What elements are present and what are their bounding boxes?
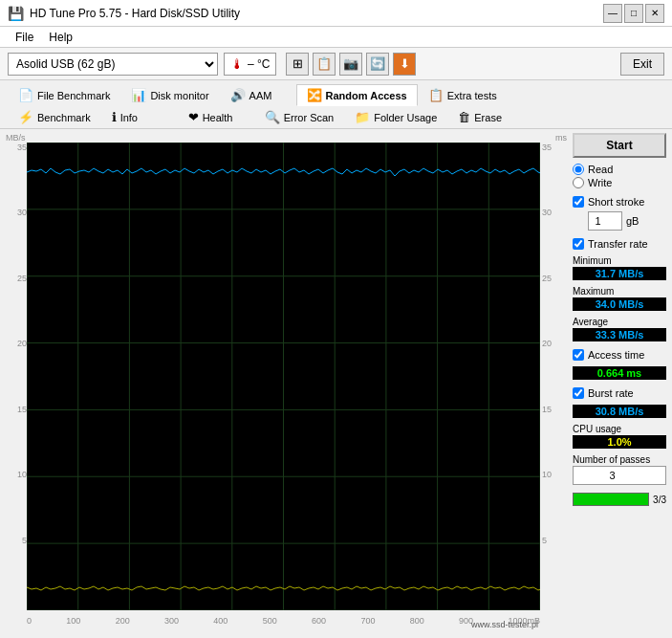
minimum-stat: Minimum 31.7 MB/s	[573, 255, 666, 280]
radio-group: Read Write	[573, 164, 666, 188]
maximize-button[interactable]: □	[624, 4, 643, 23]
tab-info[interactable]: ℹ Info	[101, 106, 178, 128]
tab-error-scan[interactable]: 🔍 Error Scan	[254, 106, 345, 128]
tab-erase[interactable]: 🗑 Erase	[447, 106, 524, 128]
file-benchmark-icon: 📄	[18, 88, 33, 102]
tab-disk-monitor[interactable]: 📊 Disk monitor	[120, 84, 219, 106]
tab-aam[interactable]: 🔊 AAM	[220, 84, 296, 106]
access-time-stat: 0.664 ms	[573, 366, 666, 380]
burst-rate-label: Burst rate	[588, 387, 634, 399]
close-button[interactable]: ✕	[645, 4, 664, 23]
start-button[interactable]: Start	[573, 133, 666, 158]
icon-btn-4[interactable]: 🔄	[366, 53, 389, 76]
tab-folder-usage[interactable]: 📁 Folder Usage	[344, 106, 447, 128]
random-access-icon: 🔀	[307, 88, 322, 102]
write-label: Write	[588, 177, 612, 188]
icon-btn-5[interactable]: ⬇	[393, 53, 416, 76]
unit-ms: ms	[555, 133, 567, 143]
tab-extra-tests-label: Extra tests	[447, 90, 497, 101]
x-800: 800	[410, 616, 424, 626]
progress-bar-bg	[573, 493, 649, 506]
access-time-checkbox[interactable]	[573, 349, 584, 361]
progress-bar-fill	[574, 494, 648, 505]
minimum-value: 31.7 MB/s	[573, 267, 666, 280]
icon-btn-2[interactable]: 📋	[313, 53, 336, 76]
tab-folder-usage-label: Folder Usage	[374, 112, 437, 123]
y-right-0	[542, 601, 545, 610]
title-bar-controls: — □ ✕	[603, 4, 664, 23]
toolbar-icons: ⊞ 📋 📷 🔄 ⬇	[286, 53, 416, 76]
erase-icon: 🗑	[458, 110, 470, 124]
x-600: 600	[312, 616, 326, 626]
transfer-rate-checkbox[interactable]	[573, 238, 584, 250]
access-time-checkbox-row: Access time	[573, 349, 666, 361]
y-right-10: 10	[542, 470, 552, 479]
burst-rate-checkbox[interactable]	[573, 387, 584, 399]
y-right-15: 15	[542, 405, 552, 414]
menu-help[interactable]: Help	[41, 29, 80, 46]
y-left-35: 35	[17, 143, 27, 152]
maximum-label: Maximum	[573, 286, 666, 297]
transfer-rate-label: Transfer rate	[588, 238, 648, 250]
burst-rate-stat: 30.8 MB/s	[573, 405, 666, 418]
aam-icon: 🔊	[230, 88, 246, 102]
y-axis-left: 35 30 25 20 15 10 5	[4, 143, 27, 610]
disk-selector[interactable]: Asolid USB (62 gB)	[8, 53, 218, 76]
tab-health[interactable]: ❤ Health	[178, 106, 254, 128]
tab-benchmark[interactable]: ⚡ Benchmark	[8, 106, 101, 128]
short-stroke-checkbox-row: Short stroke	[573, 196, 666, 208]
average-label: Average	[573, 317, 666, 327]
read-label: Read	[588, 164, 613, 175]
chart-black-area	[27, 143, 540, 610]
read-radio-label[interactable]: Read	[573, 164, 666, 175]
tab-benchmark-label: Benchmark	[37, 112, 91, 123]
short-stroke-label: Short stroke	[588, 196, 644, 208]
tab-health-label: Health	[203, 112, 233, 123]
watermark: www.ssd-tester.pl	[471, 620, 538, 629]
transfer-rate-checkbox-row: Transfer rate	[573, 238, 666, 250]
short-stroke-checkbox[interactable]	[573, 196, 584, 208]
chart-svg	[27, 143, 540, 610]
y-left-5: 5	[22, 536, 27, 545]
temperature-value: – °C	[248, 57, 270, 71]
access-time-value: 0.664 ms	[573, 366, 666, 380]
toolbar: Asolid USB (62 gB) 🌡 – °C ⊞ 📋 📷 🔄 ⬇ Exit	[0, 48, 672, 80]
minimize-button[interactable]: —	[603, 4, 622, 23]
passes-input[interactable]	[573, 466, 666, 485]
disk-monitor-icon: 📊	[131, 88, 146, 102]
folder-usage-icon: 📁	[355, 110, 370, 124]
info-icon: ℹ	[112, 110, 117, 124]
thermometer-icon: 🌡	[230, 56, 244, 72]
tab-extra-tests[interactable]: 📋 Extra tests	[418, 84, 508, 106]
progress-bar-container: 3/3	[573, 493, 666, 506]
y-axis-right: 35 30 25 20 15 10 5	[542, 143, 567, 610]
y-left-10: 10	[17, 470, 27, 479]
y-left-15: 15	[17, 405, 27, 414]
icon-btn-1[interactable]: ⊞	[286, 53, 309, 76]
x-400: 400	[213, 616, 228, 626]
exit-button[interactable]: Exit	[620, 53, 664, 76]
tab-aam-label: AAM	[249, 90, 272, 101]
tab-file-benchmark[interactable]: 📄 File Benchmark	[8, 84, 120, 106]
average-stat: Average 33.3 MB/s	[573, 317, 666, 341]
tab-random-access[interactable]: 🔀 Random Access	[296, 84, 418, 106]
write-radio[interactable]	[573, 177, 584, 188]
x-100: 100	[66, 616, 80, 626]
x-500: 500	[263, 616, 277, 626]
chart-section: 35 30 25 20 15 10 5 MB/s	[4, 133, 567, 633]
tabs-row-1: 📄 File Benchmark 📊 Disk monitor 🔊 AAM 🔀 …	[8, 84, 664, 106]
y-right-30: 30	[542, 208, 552, 217]
x-axis: 0 100 200 300 400 500 600 700 800 900 10…	[27, 612, 540, 629]
menu-bar: File Help	[0, 27, 672, 48]
maximum-stat: Maximum 34.0 MB/s	[573, 286, 666, 311]
menu-file[interactable]: File	[8, 29, 41, 46]
tabs-container: 📄 File Benchmark 📊 Disk monitor 🔊 AAM 🔀 …	[0, 80, 672, 129]
icon-btn-3[interactable]: 📷	[339, 53, 362, 76]
tab-disk-monitor-label: Disk monitor	[150, 90, 208, 101]
tab-info-label: Info	[120, 112, 138, 123]
read-radio[interactable]	[573, 164, 584, 175]
unit-mbs: MB/s	[6, 133, 26, 143]
progress-text: 3/3	[653, 495, 666, 505]
write-radio-label[interactable]: Write	[573, 177, 666, 188]
short-stroke-input[interactable]	[588, 211, 622, 231]
